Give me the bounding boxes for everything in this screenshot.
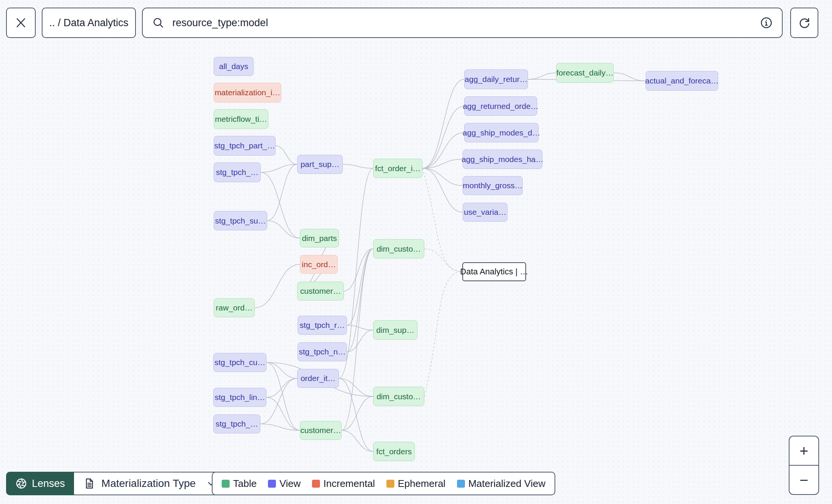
graph-edge-order_it-fct_orders xyxy=(339,378,373,452)
legend-label: Ephemeral xyxy=(398,478,446,490)
graph-edge-stg_tpch_a-part_sup xyxy=(261,164,297,172)
zoom-out-button[interactable]: − xyxy=(789,466,818,494)
graph-node-inc_ord[interactable]: inc_ord… xyxy=(300,255,338,274)
graph-node-materialization[interactable]: materialization_i… xyxy=(214,83,281,102)
legend-item-table: Table xyxy=(222,478,257,490)
graph-edge-customer_a-dim_custo_a xyxy=(344,249,373,291)
graph-edge-stg_tpch_part-part_sup xyxy=(276,146,297,164)
info-icon[interactable] xyxy=(760,16,773,29)
legend-item-materialized-view: Materialized View xyxy=(457,478,545,490)
graph-node-forecast_daily[interactable]: forecast_daily… xyxy=(556,63,614,83)
lineage-graph-canvas[interactable]: all_daysmaterialization_i…metricflow_ti…… xyxy=(0,0,832,504)
lenses-control: Lenses Materialization Type xyxy=(6,472,226,495)
graph-node-agg_ship_ha[interactable]: agg_ship_modes_ha… xyxy=(463,150,542,169)
legend-swatch xyxy=(268,480,276,488)
graph-node-fct_order_i[interactable]: fct_order_i… xyxy=(373,159,422,178)
graph-edge-stg_tpch_n-dim_custo_a xyxy=(347,249,373,352)
graph-node-agg_ship_d[interactable]: agg_ship_modes_d… xyxy=(464,123,539,142)
legend-swatch xyxy=(457,480,465,488)
graph-edge-fct_order_i-agg_returned xyxy=(422,106,464,169)
legend-swatch xyxy=(386,480,394,488)
legend-label: Incremental xyxy=(323,478,375,490)
x-icon xyxy=(14,16,27,29)
graph-edge-fct_order_i-use_varia xyxy=(422,169,463,213)
graph-edge-part_sup-fct_order_i xyxy=(343,164,373,169)
graph-node-customer_b[interactable]: customer… xyxy=(300,421,342,440)
zoom-controls: + − xyxy=(789,436,819,495)
graph-edge-stg_tpch_lin-customer_b xyxy=(266,397,300,430)
breadcrumb-label: .. / Data Analytics xyxy=(49,17,129,29)
graph-edge-agg_daily_retur-forecast_daily xyxy=(528,73,556,79)
legend-item-ephemeral: Ephemeral xyxy=(386,478,446,490)
search-icon xyxy=(152,16,165,29)
graph-node-stg_tpch_su[interactable]: stg_tpch_su… xyxy=(214,211,267,230)
legend-label: Materialized View xyxy=(468,478,545,490)
graph-edge-fct_order_i-agg_daily_retur xyxy=(422,79,464,169)
materialization-legend: TableViewIncrementalEphemeralMaterialize… xyxy=(212,472,555,495)
legend-item-incremental: Incremental xyxy=(312,478,375,490)
breadcrumb[interactable]: .. / Data Analytics xyxy=(42,8,136,38)
zoom-in-button[interactable]: + xyxy=(789,436,818,465)
document-icon xyxy=(83,477,95,490)
graph-node-part_sup[interactable]: part_sup… xyxy=(297,155,343,174)
lens-selector[interactable]: Materialization Type xyxy=(74,472,226,495)
legend-swatch xyxy=(312,480,320,488)
graph-node-dim_sup[interactable]: dim_sup… xyxy=(373,320,418,340)
graph-node-dim_custo_a[interactable]: dim_custo… xyxy=(373,239,424,258)
graph-node-dim_custo_b[interactable]: dim_custo… xyxy=(373,387,424,406)
graph-edge-stg_tpch_su-dim_parts xyxy=(267,221,300,238)
graph-edge-raw_ord-inc_ord xyxy=(255,265,300,308)
search-input[interactable] xyxy=(172,17,760,29)
graph-node-all_days[interactable]: all_days xyxy=(214,57,254,76)
graph-node-agg_daily_retur[interactable]: agg_daily_retur… xyxy=(464,69,528,89)
graph-node-order_it[interactable]: order_it… xyxy=(297,369,339,388)
graph-node-stg_tpch_b[interactable]: stg_tpch_… xyxy=(213,414,260,433)
aperture-icon xyxy=(15,477,27,490)
graph-edge-fct_order_i-monthly_gross xyxy=(422,169,463,186)
graph-edge-customer_b-dim_custo_b xyxy=(342,397,373,431)
graph-edge-dim_custo_b-exposure xyxy=(424,272,462,397)
graph-node-stg_tpch_r[interactable]: stg_tpch_r… xyxy=(298,316,347,335)
lenses-button-label: Lenses xyxy=(32,478,65,490)
graph-node-exposure[interactable]: Data Analytics | … xyxy=(462,262,526,281)
graph-node-fct_orders[interactable]: fct_orders xyxy=(373,442,415,461)
graph-node-dim_parts[interactable]: dim_parts xyxy=(300,229,339,247)
graph-node-agg_returned[interactable]: agg_returned_orde… xyxy=(464,96,537,116)
refresh-arrow-icon xyxy=(797,16,811,30)
lens-selected-label: Materialization Type xyxy=(101,477,196,490)
graph-edge-fct_order_i-exposure xyxy=(422,169,462,272)
search-bar[interactable] xyxy=(142,8,783,38)
legend-swatch xyxy=(222,480,230,488)
graph-edge-customer_b-fct_orders xyxy=(342,430,373,452)
graph-node-stg_tpch_cu[interactable]: stg_tpch_cu… xyxy=(213,353,266,372)
graph-node-stg_tpch_lin[interactable]: stg_tpch_lin… xyxy=(213,388,266,407)
graph-node-raw_ord[interactable]: raw_ord… xyxy=(214,298,255,317)
legend-label: Table xyxy=(233,478,257,490)
close-button[interactable] xyxy=(6,8,36,38)
graph-node-use_varia[interactable]: use_varia… xyxy=(463,203,507,222)
graph-edge-forecast_daily-actual_foreca xyxy=(614,73,646,81)
legend-item-view: View xyxy=(268,478,301,490)
graph-node-metricflow[interactable]: metricflow_ti… xyxy=(214,109,268,129)
refresh-button[interactable] xyxy=(790,8,818,38)
graph-node-stg_tpch_n[interactable]: stg_tpch_n… xyxy=(298,342,347,361)
graph-edge-customer_b-dim_custo_a xyxy=(342,249,373,431)
graph-node-monthly_gross[interactable]: monthly_gross… xyxy=(463,176,523,195)
graph-node-stg_tpch_a[interactable]: stg_tpch_… xyxy=(214,162,261,182)
graph-node-customer_a[interactable]: customer… xyxy=(297,282,344,301)
lenses-button[interactable]: Lenses xyxy=(6,472,74,495)
legend-label: View xyxy=(279,478,301,490)
graph-node-actual_foreca[interactable]: actual_and_foreca… xyxy=(646,71,718,91)
graph-node-stg_tpch_part[interactable]: stg_tpch_part_… xyxy=(214,136,276,156)
graph-edge-dim_custo_a-exposure xyxy=(424,249,462,272)
